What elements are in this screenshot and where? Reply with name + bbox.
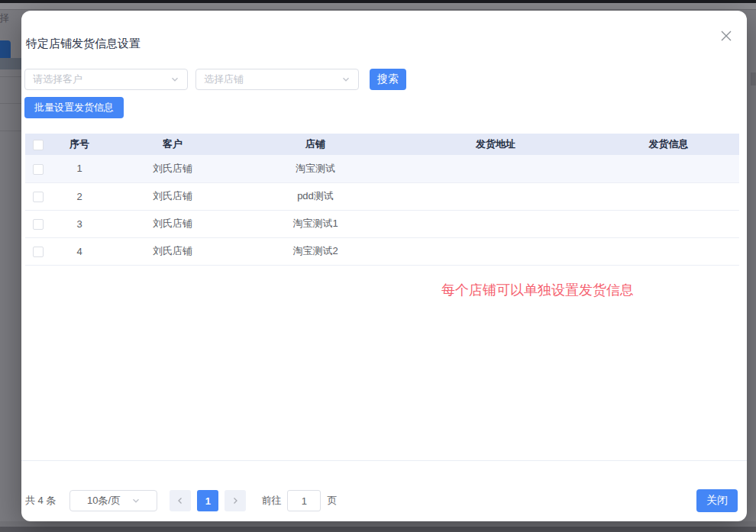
row-checkbox[interactable] (33, 164, 44, 175)
cell-index: 4 (51, 237, 108, 265)
search-button[interactable]: 搜索 (370, 69, 406, 90)
table-row: 1 刘氏店铺 淘宝测试 (25, 155, 739, 182)
goto-page: 前往 页 (261, 490, 337, 511)
shop-select[interactable]: 选择店铺 (195, 69, 359, 90)
page-1-button[interactable]: 1 (197, 490, 218, 511)
cell-address (393, 182, 598, 210)
column-header-shop: 店铺 (237, 134, 393, 155)
backdrop-clipped-text: 选择 (0, 11, 9, 25)
column-header-customer: 客户 (108, 134, 237, 155)
cell-index: 1 (51, 155, 108, 182)
column-header-info: 发货信息 (598, 134, 739, 155)
backdrop-row-line (0, 103, 21, 104)
cell-index: 2 (51, 182, 108, 210)
table-row: 4 刘氏店铺 淘宝测试2 (25, 237, 739, 265)
footer-divider (21, 460, 747, 461)
page-size-select[interactable]: 10条/页 (69, 490, 157, 511)
cell-address (393, 210, 598, 237)
dialog-footer: 共 4 条 10条/页 1 前往 页 关闭 (25, 489, 738, 512)
page-size-value: 10条/页 (87, 494, 121, 508)
backdrop-bottom-strip (0, 521, 756, 527)
customer-select-placeholder: 请选择客户 (33, 73, 82, 86)
row-checkbox[interactable] (33, 219, 44, 230)
chevron-down-icon (170, 75, 179, 84)
cell-info (598, 182, 739, 210)
shop-select-placeholder: 选择店铺 (204, 73, 244, 86)
cell-customer: 刘氏店铺 (108, 182, 237, 210)
close-dialog-button[interactable]: 关闭 (696, 489, 738, 512)
shipping-settings-dialog: 特定店铺发货信息设置 请选择客户 选择店铺 搜索 批量设置发货信息 序号 客户 (21, 11, 747, 521)
chevron-right-icon (231, 496, 240, 505)
cell-shop: 淘宝测试2 (237, 237, 393, 265)
backdrop-page-header (0, 3, 756, 10)
pager: 1 (170, 490, 246, 511)
select-all-checkbox[interactable] (33, 140, 44, 150)
next-page-button[interactable] (225, 490, 246, 511)
dialog-close-button[interactable] (716, 26, 736, 46)
cell-address (393, 237, 598, 265)
cell-customer: 刘氏店铺 (108, 155, 237, 182)
cell-info (598, 155, 739, 182)
column-header-address: 发货地址 (393, 134, 598, 155)
goto-page-input[interactable] (287, 490, 321, 511)
dialog-title: 特定店铺发货信息设置 (26, 37, 141, 51)
pagination-total: 共 4 条 (25, 494, 56, 508)
chevron-down-icon (131, 496, 141, 505)
backdrop-fragment (751, 73, 756, 85)
page-unit-label: 页 (327, 494, 337, 508)
row-checkbox[interactable] (33, 192, 44, 202)
cell-shop: 淘宝测试1 (237, 210, 393, 237)
annotation-text: 每个店铺可以单独设置发货信息 (441, 281, 634, 299)
chevron-down-icon (341, 75, 351, 84)
table-row: 2 刘氏店铺 pdd测试 (25, 182, 739, 210)
column-header-index: 序号 (51, 134, 108, 155)
cell-index: 3 (51, 210, 108, 237)
backdrop-row-line (0, 76, 21, 77)
backdrop-bottom-bar (0, 527, 756, 532)
table-header-row: 序号 客户 店铺 发货地址 发货信息 (25, 134, 739, 155)
cell-customer: 刘氏店铺 (108, 210, 237, 237)
backdrop-row-line (0, 131, 21, 131)
cell-info (598, 210, 739, 237)
shops-table: 序号 客户 店铺 发货地址 发货信息 1 刘氏店铺 淘宝测试 2 刘氏店铺 pd… (25, 134, 739, 266)
cell-address (393, 155, 598, 182)
chevron-left-icon (176, 496, 185, 505)
backdrop-table-header-fragment (0, 58, 21, 69)
table-row: 3 刘氏店铺 淘宝测试1 (25, 210, 739, 237)
cell-customer: 刘氏店铺 (108, 237, 237, 265)
prev-page-button[interactable] (170, 490, 191, 511)
cell-shop: pdd测试 (237, 182, 393, 210)
cell-info (598, 237, 739, 265)
goto-label: 前往 (261, 494, 281, 508)
close-icon (720, 30, 732, 42)
batch-set-shipping-info-button[interactable]: 批量设置发货信息 (24, 97, 124, 118)
cell-shop: 淘宝测试 (237, 155, 393, 182)
customer-select[interactable]: 请选择客户 (24, 69, 188, 90)
row-checkbox[interactable] (33, 247, 44, 257)
